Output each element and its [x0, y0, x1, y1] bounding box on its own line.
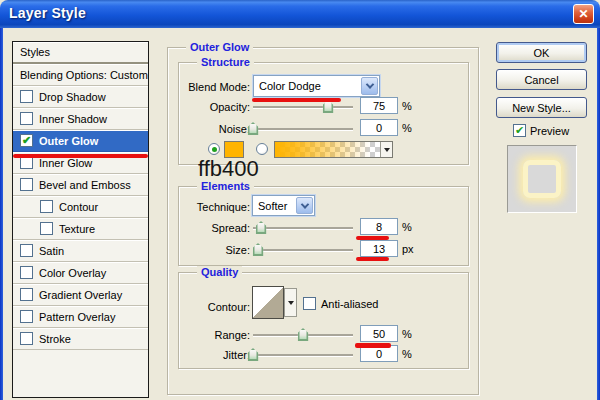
slider-rail [253, 227, 353, 229]
red-underline-annotation [356, 236, 389, 240]
opacity-input[interactable] [360, 97, 398, 114]
chevron-down-icon[interactable] [361, 77, 378, 95]
slider-thumb[interactable] [253, 243, 264, 256]
technique-label: Technique: [150, 201, 250, 214]
sidebar-item-label: Outer Glow [39, 135, 98, 147]
blend-mode-label: Blend Mode: [150, 81, 250, 94]
sidebar-item-label: Texture [59, 223, 95, 235]
checkbox-icon[interactable]: ✔ [20, 244, 33, 257]
checkbox-icon[interactable]: ✔ [20, 332, 33, 345]
red-underline-annotation [13, 154, 148, 158]
sidebar-item-label: Satin [39, 245, 64, 257]
sidebar-item-label: Gradient Overlay [39, 289, 122, 301]
gradient-picker[interactable] [274, 141, 393, 158]
window-border-left [0, 28, 3, 400]
checkbox-icon[interactable]: ✔ [20, 266, 33, 279]
slider-rail [253, 249, 353, 251]
sidebar-item-label: Inner Glow [39, 157, 92, 169]
effect-preview-thumbnail [507, 145, 577, 213]
size-input[interactable] [360, 240, 398, 257]
checkbox-icon[interactable]: ✔ [20, 178, 33, 191]
technique-dropdown[interactable]: Softer [252, 195, 315, 216]
preview-label: Preview [530, 125, 569, 137]
spread-input[interactable] [360, 218, 398, 235]
checkbox-icon[interactable]: ✔ [20, 134, 33, 147]
jitter-slider[interactable] [253, 347, 353, 361]
sidebar-item-label: Pattern Overlay [39, 311, 115, 323]
ok-button[interactable]: OK [496, 42, 587, 63]
range-unit: % [402, 328, 412, 341]
checkbox-icon[interactable]: ✔ [20, 90, 33, 103]
sidebar-header-styles[interactable]: Styles [13, 42, 148, 64]
sidebar-item-drop-shadow[interactable]: ✔ Drop Shadow [13, 86, 148, 108]
close-icon: ✕ [578, 7, 588, 21]
red-underline-annotation [252, 98, 341, 102]
blend-mode-value: Color Dodge [259, 80, 321, 92]
sidebar-item-label: Stroke [39, 333, 71, 345]
noise-input[interactable] [360, 119, 398, 136]
spread-slider[interactable] [253, 220, 353, 234]
contour-thumbnail-icon[interactable] [252, 286, 284, 319]
window-title: Layer Style [9, 5, 86, 21]
noise-label: Noise: [150, 123, 250, 136]
noise-slider[interactable] [253, 121, 353, 135]
structure-title: Structure [197, 56, 254, 69]
slider-rail [253, 128, 353, 130]
close-button[interactable]: ✕ [573, 4, 594, 24]
jitter-unit: % [402, 348, 412, 361]
sidebar-item-label: Bevel and Emboss [39, 179, 131, 191]
range-slider[interactable] [253, 327, 353, 341]
size-unit: px [402, 243, 414, 256]
sidebar-item-pattern-overlay[interactable]: ✔ Pattern Overlay [13, 306, 148, 328]
size-slider[interactable] [253, 242, 353, 256]
slider-rail [253, 106, 353, 108]
size-label: Size: [150, 244, 250, 257]
sidebar-item-stroke[interactable]: ✔ Stroke [13, 328, 148, 350]
opacity-label: Opacity: [150, 101, 250, 114]
new-style-button[interactable]: New Style... [496, 97, 587, 118]
technique-value: Softer [258, 200, 287, 212]
jitter-label: Jitter: [150, 349, 250, 362]
sidebar-item-gradient-overlay[interactable]: ✔ Gradient Overlay [13, 284, 148, 306]
sidebar-item-blending-options[interactable]: Blending Options: Custom [13, 64, 148, 86]
contour-label: Contour: [150, 301, 250, 314]
slider-rail [253, 354, 353, 356]
antialiased-checkbox[interactable]: ✔ [303, 297, 316, 310]
dropdown-arrow-icon[interactable] [380, 142, 392, 157]
contour-picker[interactable] [252, 286, 298, 319]
panel-title: Outer Glow [186, 41, 253, 54]
checkbox-icon[interactable]: ✔ [20, 112, 33, 125]
color-radio[interactable] [208, 143, 220, 155]
red-underline-annotation [355, 343, 391, 348]
spread-unit: % [402, 221, 412, 234]
sidebar-item-label: Contour [59, 201, 98, 213]
sidebar-item-inner-shadow[interactable]: ✔ Inner Shadow [13, 108, 148, 130]
slider-thumb[interactable] [298, 328, 309, 341]
slider-thumb[interactable] [256, 221, 267, 234]
preview-checkbox[interactable]: ✔ [513, 124, 526, 137]
checkbox-icon[interactable]: ✔ [20, 310, 33, 323]
sidebar-item-outer-glow[interactable]: ✔ Outer Glow [13, 130, 148, 152]
dropdown-arrow-icon[interactable] [284, 288, 297, 317]
blend-mode-dropdown[interactable]: Color Dodge [253, 75, 380, 97]
sidebar-item-satin[interactable]: ✔ Satin [13, 240, 148, 262]
checkbox-icon[interactable]: ✔ [20, 288, 33, 301]
checkbox-icon[interactable]: ✔ [40, 222, 53, 235]
sidebar-item-contour[interactable]: ✔ Contour [13, 196, 148, 218]
red-underline-annotation [356, 257, 389, 261]
color-hex-annotation: ffb400 [198, 156, 259, 182]
sidebar-item-color-overlay[interactable]: ✔ Color Overlay [13, 262, 148, 284]
opacity-unit: % [402, 100, 412, 113]
sidebar-item-texture[interactable]: ✔ Texture [13, 218, 148, 240]
layer-style-dialog: Layer Style ✕ Styles Blending Options: C… [0, 0, 600, 400]
antialiased-label: Anti-aliased [321, 298, 378, 310]
checkbox-icon[interactable]: ✔ [40, 200, 53, 213]
check-icon: ✔ [22, 135, 31, 146]
cancel-button[interactable]: Cancel [496, 69, 587, 90]
spread-label: Spread: [150, 222, 250, 235]
title-bar[interactable]: Layer Style ✕ [0, 0, 600, 28]
range-input[interactable] [360, 325, 398, 342]
gradient-radio[interactable] [256, 143, 268, 155]
sidebar-item-bevel-and-emboss[interactable]: ✔ Bevel and Emboss [13, 174, 148, 196]
chevron-down-icon[interactable] [296, 197, 313, 214]
